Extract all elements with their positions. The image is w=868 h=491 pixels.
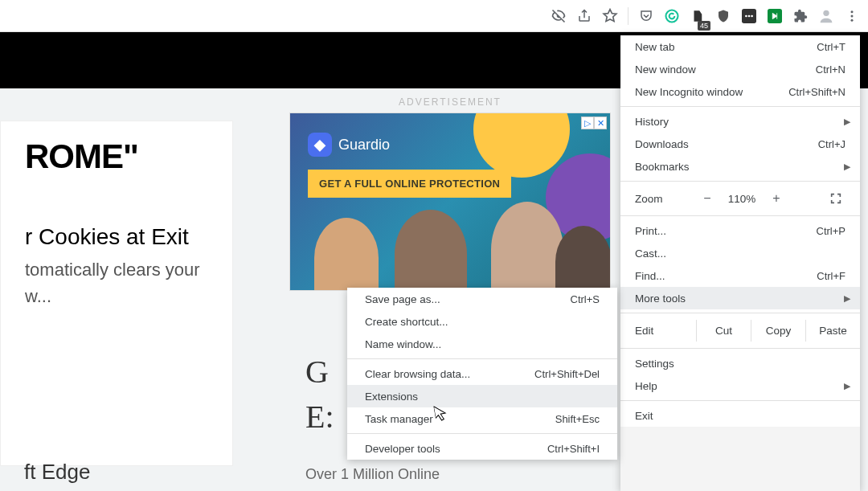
menu-separator bbox=[620, 106, 860, 107]
extensions-puzzle-icon[interactable] bbox=[789, 5, 812, 27]
extension-badge: 45 bbox=[698, 21, 710, 31]
ad-choices-icon[interactable]: ▷✕ bbox=[581, 117, 607, 129]
extension-icon-3[interactable] bbox=[764, 5, 786, 27]
menu-edit-row: Edit Cut Copy Paste bbox=[620, 317, 860, 345]
menu-exit[interactable]: Exit bbox=[620, 404, 860, 427]
menu-separator bbox=[620, 313, 860, 313]
share-icon[interactable] bbox=[573, 5, 596, 27]
page-edge-text: ft Edge bbox=[24, 460, 90, 485]
menu-new-tab[interactable]: New tabCtrl+T bbox=[620, 35, 860, 58]
advertisement-label: ADVERTISEMENT bbox=[289, 96, 611, 108]
menu-bookmarks[interactable]: Bookmarks▶ bbox=[620, 155, 860, 178]
menu-zoom-row: Zoom − 110% + bbox=[620, 185, 860, 212]
ad-logo-icon: ◆ bbox=[308, 133, 332, 157]
chevron-right-icon: ▶ bbox=[844, 293, 850, 304]
article-heading-fragment: GE: bbox=[305, 350, 334, 440]
bookmark-star-icon[interactable] bbox=[599, 5, 621, 27]
menu-find[interactable]: Find...Ctrl+F bbox=[620, 264, 860, 287]
menu-settings[interactable]: Settings bbox=[620, 352, 860, 374]
menu-new-window[interactable]: New windowCtrl+N bbox=[620, 58, 860, 80]
mouse-cursor-icon bbox=[433, 404, 448, 422]
menu-edit-label: Edit bbox=[635, 325, 696, 337]
menu-separator bbox=[347, 358, 617, 359]
svg-point-4 bbox=[751, 14, 753, 17]
chevron-right-icon: ▶ bbox=[844, 117, 850, 127]
zoom-in-button[interactable]: + bbox=[762, 188, 791, 209]
ublock-icon[interactable] bbox=[712, 5, 735, 27]
zoom-out-button[interactable]: − bbox=[693, 188, 722, 209]
svg-point-3 bbox=[748, 14, 751, 17]
ad-brand: ◆Guardio bbox=[308, 133, 390, 157]
article-subheading-fragment: Over 1 Million Online bbox=[305, 466, 440, 483]
menu-paste[interactable]: Paste bbox=[805, 320, 860, 342]
chevron-right-icon: ▶ bbox=[844, 162, 850, 172]
eye-off-icon[interactable] bbox=[547, 5, 570, 27]
svg-point-0 bbox=[666, 10, 678, 22]
extension-icon-2[interactable] bbox=[738, 5, 760, 27]
chevron-right-icon: ▶ bbox=[844, 381, 850, 391]
zoom-value: 110% bbox=[722, 193, 762, 205]
menu-cast[interactable]: Cast... bbox=[620, 242, 860, 264]
svg-point-7 bbox=[851, 10, 854, 13]
submenu-developer-tools[interactable]: Developer toolsCtrl+Shift+I bbox=[347, 437, 617, 460]
svg-point-6 bbox=[823, 10, 829, 15]
page-desc-line1: tomatically clears your bbox=[25, 256, 224, 283]
fullscreen-icon[interactable] bbox=[829, 192, 854, 205]
submenu-name-window[interactable]: Name window... bbox=[347, 333, 617, 355]
menu-copy[interactable]: Copy bbox=[751, 320, 805, 342]
advertisement-block: ADVERTISEMENT ◆Guardio GET A FULL ONLINE… bbox=[289, 96, 611, 291]
svg-point-2 bbox=[745, 14, 747, 17]
menu-help[interactable]: Help▶ bbox=[620, 374, 860, 397]
page-title-fragment: ROME" bbox=[25, 137, 224, 176]
menu-print[interactable]: Print...Ctrl+P bbox=[620, 219, 860, 242]
svg-point-9 bbox=[851, 18, 854, 21]
menu-cut[interactable]: Cut bbox=[696, 320, 751, 342]
menu-more-tools[interactable]: More tools▶ bbox=[620, 287, 860, 309]
submenu-create-shortcut[interactable]: Create shortcut... bbox=[347, 310, 617, 333]
menu-zoom-label: Zoom bbox=[635, 193, 693, 205]
advertisement-banner[interactable]: ◆Guardio GET A FULL ONLINE PROTECTION ▷✕ bbox=[289, 113, 611, 291]
menu-separator bbox=[620, 400, 860, 401]
grammarly-icon[interactable] bbox=[661, 5, 683, 27]
menu-separator bbox=[347, 433, 617, 434]
menu-separator bbox=[620, 215, 860, 216]
svg-point-8 bbox=[851, 14, 854, 17]
page-left-column: ROME" r Cookies at Exit tomatically clea… bbox=[0, 121, 233, 466]
extension-icon-1[interactable]: 45 bbox=[686, 5, 709, 27]
menu-bottom-shade bbox=[620, 427, 860, 491]
menu-new-incognito[interactable]: New Incognito windowCtrl+Shift+N bbox=[620, 80, 860, 103]
menu-separator bbox=[620, 348, 860, 349]
kebab-menu-icon[interactable] bbox=[841, 5, 863, 27]
submenu-save-page[interactable]: Save page as...Ctrl+S bbox=[347, 288, 617, 310]
more-tools-submenu: Save page as...Ctrl+S Create shortcut...… bbox=[347, 288, 617, 460]
menu-downloads[interactable]: DownloadsCtrl+J bbox=[620, 133, 860, 155]
ad-cta-button[interactable]: GET A FULL ONLINE PROTECTION bbox=[308, 170, 511, 198]
pocket-icon[interactable] bbox=[635, 5, 657, 27]
submenu-task-manager[interactable]: Task managerShift+Esc bbox=[347, 407, 617, 430]
submenu-clear-browsing-data[interactable]: Clear browsing data...Ctrl+Shift+Del bbox=[347, 362, 617, 385]
menu-separator bbox=[620, 181, 860, 182]
page-desc-line2: w... bbox=[25, 283, 224, 309]
menu-history[interactable]: History▶ bbox=[620, 110, 860, 133]
profile-avatar-icon[interactable] bbox=[815, 5, 837, 27]
chrome-main-menu: New tabCtrl+T New windowCtrl+N New Incog… bbox=[620, 35, 860, 491]
submenu-extensions[interactable]: Extensions bbox=[347, 385, 617, 407]
page-subheading-fragment: r Cookies at Exit bbox=[25, 224, 224, 250]
toolbar-divider bbox=[628, 7, 628, 25]
browser-toolbar: 45 bbox=[0, 0, 868, 32]
